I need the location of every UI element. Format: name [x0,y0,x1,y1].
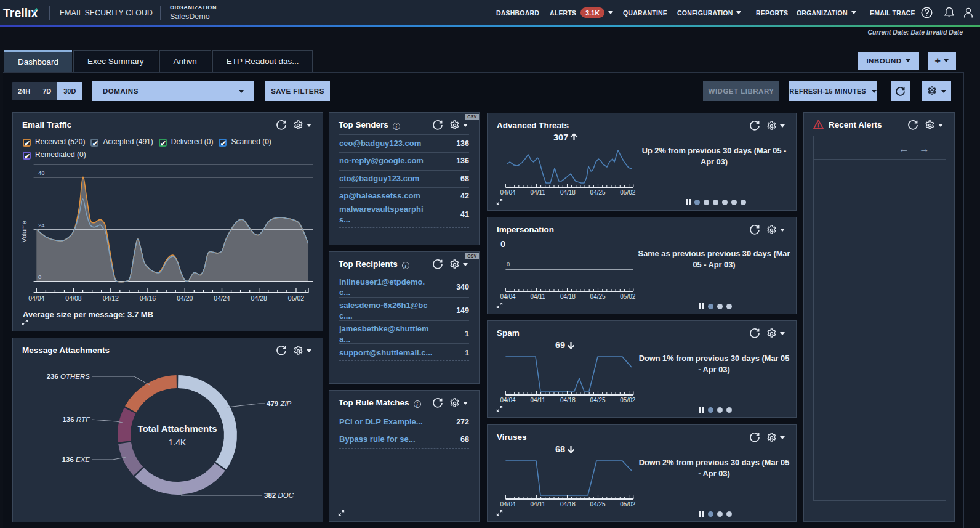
svg-text:05/02: 05/02 [620,189,635,196]
svg-text:04/04: 04/04 [28,294,44,302]
svg-text:48: 48 [38,169,45,176]
svg-text:04/25: 04/25 [590,293,606,300]
svg-text:24: 24 [38,222,45,229]
svg-text:04/04: 04/04 [500,189,515,196]
svg-text:05/02: 05/02 [288,294,304,302]
svg-text:04/08: 04/08 [65,294,81,302]
svg-text:04/04: 04/04 [500,397,515,404]
svg-text:1.4K: 1.4K [169,437,187,447]
svg-text:0: 0 [507,261,510,267]
svg-text:04/11: 04/11 [531,293,546,300]
svg-text:04/04: 04/04 [500,501,515,508]
svg-text:04/18: 04/18 [560,189,576,196]
svg-text:04/04: 04/04 [500,293,515,300]
svg-text:05/02: 05/02 [620,293,635,300]
svg-text:04/11: 04/11 [531,501,546,508]
svg-text:479 ZIP: 479 ZIP [267,400,292,407]
svg-text:05/02: 05/02 [620,501,635,508]
svg-text:04/16: 04/16 [140,294,156,302]
svg-text:05/02: 05/02 [620,397,635,404]
svg-text:382 DOC: 382 DOC [264,492,294,499]
svg-text:04/11: 04/11 [531,397,546,404]
svg-text:04/11: 04/11 [531,189,546,196]
svg-text:Total Attachments: Total Attachments [137,423,217,434]
svg-text:Volume: Volume [20,221,28,242]
svg-text:04/18: 04/18 [560,293,576,300]
svg-text:04/20: 04/20 [177,294,193,302]
svg-text:04/24: 04/24 [214,294,230,302]
svg-text:04/18: 04/18 [560,397,576,404]
svg-text:04/12: 04/12 [103,294,119,302]
svg-text:04/18: 04/18 [560,501,576,508]
svg-text:0: 0 [38,274,41,280]
svg-text:136 EXE: 136 EXE [62,456,90,463]
svg-text:236 OTHERS: 236 OTHERS [47,373,90,380]
svg-text:04/28: 04/28 [251,294,267,302]
svg-text:136 RTF: 136 RTF [62,416,90,423]
svg-text:04/25: 04/25 [590,189,606,196]
svg-text:04/25: 04/25 [590,501,606,508]
svg-text:04/25: 04/25 [590,397,606,404]
